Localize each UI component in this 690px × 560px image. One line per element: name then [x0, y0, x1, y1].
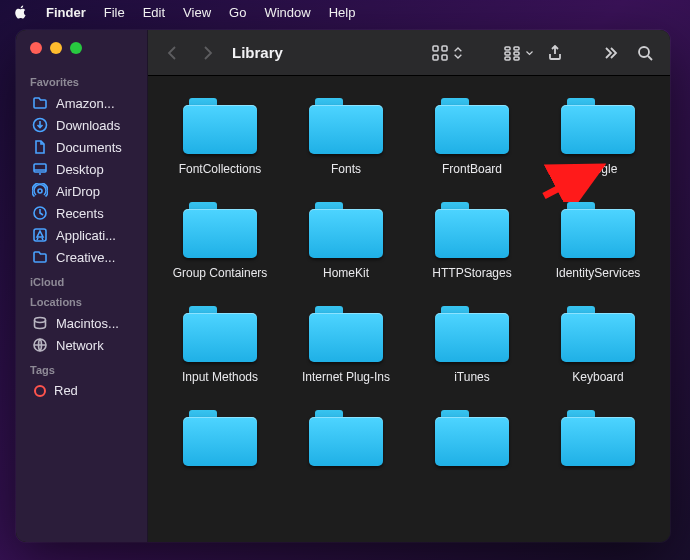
- folder-icon: [32, 249, 48, 265]
- folder-label: Input Methods: [182, 370, 258, 384]
- updown-icon: [453, 44, 463, 62]
- sidebar-item-label: Amazon...: [56, 96, 115, 111]
- folder-item[interactable]: [540, 410, 656, 474]
- forward-button[interactable]: [194, 40, 220, 66]
- location-title: Library: [232, 44, 283, 61]
- folder-icon: [309, 98, 383, 154]
- sidebar-item[interactable]: Network: [28, 334, 139, 356]
- share-icon: [547, 45, 563, 61]
- folder-item[interactable]: FrontBoard: [414, 98, 530, 176]
- folder-item[interactable]: iTunes: [414, 306, 530, 384]
- svg-point-10: [639, 47, 649, 57]
- menubar-file[interactable]: File: [104, 5, 125, 20]
- folder-icon: [183, 410, 257, 466]
- folder-label: Google: [579, 162, 618, 176]
- sidebar-item-label: Documents: [56, 140, 122, 155]
- airdrop-icon: [32, 183, 48, 199]
- svg-rect-1: [442, 46, 447, 51]
- svg-line-11: [648, 56, 652, 60]
- folder-icon: [435, 410, 509, 466]
- menubar-view[interactable]: View: [183, 5, 211, 20]
- sidebar-item[interactable]: Downloads: [28, 114, 139, 136]
- folder-item[interactable]: Internet Plug-Ins: [288, 306, 404, 384]
- sidebar-item-label: Macintos...: [56, 316, 119, 331]
- folder-item[interactable]: [414, 410, 530, 474]
- menubar-go[interactable]: Go: [229, 5, 246, 20]
- folder-icon: [561, 306, 635, 362]
- svg-rect-9: [514, 57, 519, 60]
- sidebar-heading-locations: Locations: [30, 296, 139, 308]
- folder-item[interactable]: [162, 410, 278, 474]
- sidebar-item[interactable]: Documents: [28, 136, 139, 158]
- toolbar: Library: [148, 30, 670, 76]
- folder-label: Fonts: [331, 162, 361, 176]
- svg-rect-5: [514, 47, 519, 50]
- folder-label: HTTPStorages: [432, 266, 511, 280]
- menubar-help[interactable]: Help: [329, 5, 356, 20]
- svg-rect-3: [442, 55, 447, 60]
- sidebar-item-label: Desktop: [56, 162, 104, 177]
- sidebar-item-label: Creative...: [56, 250, 115, 265]
- folder-icon: [309, 202, 383, 258]
- menubar-window[interactable]: Window: [264, 5, 310, 20]
- folder-icon: [309, 410, 383, 466]
- svg-rect-4: [505, 47, 510, 50]
- folder-item[interactable]: FontCollections: [162, 98, 278, 176]
- toolbar-overflow-button[interactable]: [598, 40, 624, 66]
- sidebar-item[interactable]: Creative...: [28, 246, 139, 268]
- sidebar-heading-favorites: Favorites: [30, 76, 139, 88]
- folder-icon: [435, 98, 509, 154]
- close-button[interactable]: [30, 42, 42, 54]
- sidebar: Favorites Amazon...DownloadsDocumentsDes…: [16, 30, 148, 542]
- sidebar-item[interactable]: Recents: [28, 202, 139, 224]
- folder-icon: [32, 95, 48, 111]
- group-by-button[interactable]: [503, 44, 534, 62]
- zoom-button[interactable]: [70, 42, 82, 54]
- folder-icon: [561, 202, 635, 258]
- window-controls: [28, 40, 139, 68]
- sidebar-item[interactable]: AirDrop: [28, 180, 139, 202]
- sidebar-item[interactable]: Applicati...: [28, 224, 139, 246]
- folder-item[interactable]: Google: [540, 98, 656, 176]
- share-button[interactable]: [542, 40, 568, 66]
- desktop-icon: [32, 161, 48, 177]
- svg-rect-6: [505, 52, 510, 55]
- folder-label: FrontBoard: [442, 162, 502, 176]
- folder-icon: [183, 98, 257, 154]
- folder-item[interactable]: HTTPStorages: [414, 202, 530, 280]
- folder-label: Keyboard: [572, 370, 623, 384]
- folder-grid: FontCollectionsFontsFrontBoardGoogleGrou…: [162, 98, 656, 474]
- sidebar-item[interactable]: Desktop: [28, 158, 139, 180]
- folder-label: FontCollections: [179, 162, 262, 176]
- folder-icon: [183, 306, 257, 362]
- sidebar-tag-red[interactable]: Red: [28, 380, 139, 401]
- finder-window: Favorites Amazon...DownloadsDocumentsDes…: [16, 30, 670, 542]
- sidebar-item[interactable]: Macintos...: [28, 312, 139, 334]
- folder-item[interactable]: Keyboard: [540, 306, 656, 384]
- folder-label: IdentityServices: [556, 266, 641, 280]
- search-button[interactable]: [632, 40, 658, 66]
- folder-icon: [561, 410, 635, 466]
- folder-item[interactable]: [288, 410, 404, 474]
- sidebar-item[interactable]: Amazon...: [28, 92, 139, 114]
- appstore-icon: [32, 227, 48, 243]
- folder-item[interactable]: IdentityServices: [540, 202, 656, 280]
- main-pane: Library FontCollectionsFontsFrontBoardGo…: [148, 30, 670, 542]
- sidebar-item-label: Recents: [56, 206, 104, 221]
- content-area[interactable]: FontCollectionsFontsFrontBoardGoogleGrou…: [148, 76, 670, 542]
- sidebar-item-label: Applicati...: [56, 228, 116, 243]
- back-button[interactable]: [160, 40, 186, 66]
- menubar-app-name[interactable]: Finder: [46, 5, 86, 20]
- folder-item[interactable]: HomeKit: [288, 202, 404, 280]
- search-icon: [637, 45, 653, 61]
- globe-icon: [32, 337, 48, 353]
- folder-item[interactable]: Fonts: [288, 98, 404, 176]
- minimize-button[interactable]: [50, 42, 62, 54]
- folder-item[interactable]: Group Containers: [162, 202, 278, 280]
- folder-item[interactable]: Input Methods: [162, 306, 278, 384]
- menubar: Finder File Edit View Go Window Help: [0, 0, 690, 24]
- view-mode-button[interactable]: [431, 44, 463, 62]
- sidebar-item-label: Downloads: [56, 118, 120, 133]
- menubar-edit[interactable]: Edit: [143, 5, 165, 20]
- apple-logo-icon[interactable]: [14, 5, 28, 19]
